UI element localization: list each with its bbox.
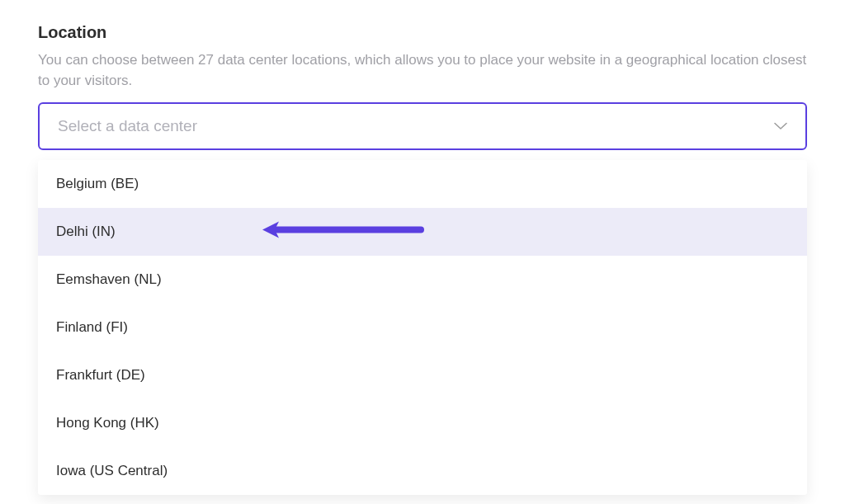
data-center-select-wrapper: Select a data center Belgium (BE) Delhi … — [38, 102, 807, 150]
dropdown-option-label: Frankfurt (DE) — [56, 367, 145, 384]
arrow-left-icon — [259, 220, 424, 244]
dropdown-option-label: Hong Kong (HK) — [56, 415, 159, 431]
dropdown-option[interactable]: Delhi (IN) — [38, 208, 807, 256]
data-center-select[interactable]: Select a data center — [38, 102, 807, 150]
dropdown-option[interactable]: Hong Kong (HK) — [38, 399, 807, 447]
dropdown-option-label: Finland (FI) — [56, 319, 128, 336]
dropdown-option-label: Belgium (BE) — [56, 176, 139, 192]
location-section: Location You can choose between 27 data … — [0, 0, 845, 504]
dropdown-option-label: Delhi (IN) — [56, 224, 116, 240]
data-center-dropdown: Belgium (BE) Delhi (IN) Eemshaven (NL) F… — [38, 160, 807, 495]
section-description: You can choose between 27 data center lo… — [38, 50, 807, 91]
dropdown-option[interactable]: Frankfurt (DE) — [38, 351, 807, 399]
select-placeholder: Select a data center — [58, 117, 197, 135]
section-title: Location — [38, 23, 807, 42]
dropdown-option[interactable]: Iowa (US Central) — [38, 447, 807, 495]
dropdown-option-label: Iowa (US Central) — [56, 463, 168, 479]
chevron-down-icon — [774, 120, 787, 133]
dropdown-option[interactable]: Eemshaven (NL) — [38, 256, 807, 304]
dropdown-option-label: Eemshaven (NL) — [56, 271, 162, 288]
dropdown-option[interactable]: Finland (FI) — [38, 304, 807, 351]
dropdown-option[interactable]: Belgium (BE) — [38, 160, 807, 208]
